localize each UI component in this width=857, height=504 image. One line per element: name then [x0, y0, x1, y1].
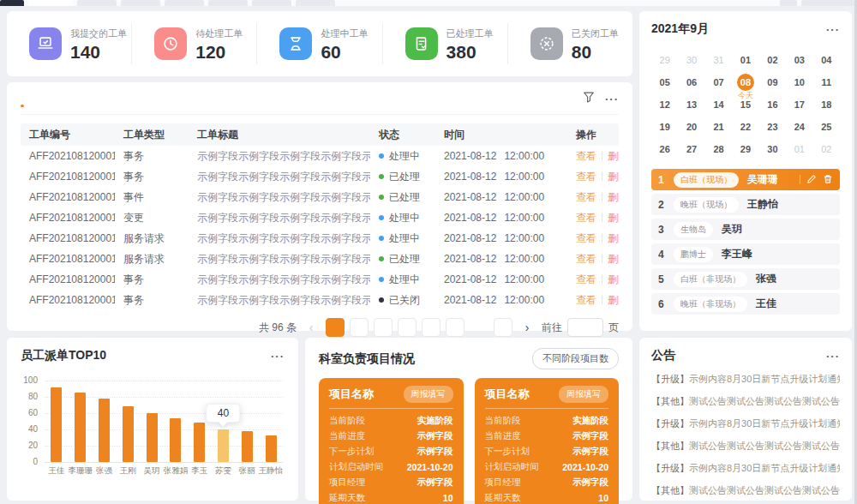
bar-slot[interactable]: 张雅娟: [164, 381, 188, 462]
view-link[interactable]: 查看: [576, 191, 596, 203]
bar-slot[interactable]: 40苏雯: [212, 381, 236, 462]
announcement-item[interactable]: 【其他】测试公告测试公告测试公告测试公告测试公告: [651, 395, 840, 408]
order-tab[interactable]: [70, 90, 74, 107]
shift-row[interactable]: 3 生物岛 吴玥: [651, 219, 840, 240]
announcement-item[interactable]: 【升级】示例内容8月30日新节点升级计划通知: [651, 462, 840, 475]
view-link[interactable]: 查看: [576, 150, 596, 162]
browser-tab[interactable]: [296, 0, 335, 6]
calendar-day[interactable]: 23: [759, 116, 786, 138]
delete-link[interactable]: 删除: [608, 212, 619, 224]
browser-tab[interactable]: [780, 0, 797, 6]
table-row[interactable]: AFF202108120001 事务 示例字段示例字段示例字段示例字段示例字段 …: [21, 166, 619, 187]
shift-row[interactable]: 5 白班（非现场） 张强: [651, 268, 840, 290]
table-row[interactable]: AFF202108120001 服务请求 示例字段示例字段示例字段示例字段示例字…: [21, 228, 619, 249]
bar[interactable]: [123, 406, 134, 462]
calendar-day[interactable]: 07: [705, 71, 732, 93]
delete-link[interactable]: 删除: [608, 191, 619, 203]
calendar-day[interactable]: 28: [705, 138, 732, 160]
calendar-day[interactable]: 27: [678, 138, 704, 160]
calendar-day[interactable]: 08 今天: [732, 71, 758, 93]
calendar-day[interactable]: 16: [759, 93, 786, 116]
calendar-day[interactable]: 20: [678, 116, 704, 138]
calendar-day[interactable]: 25: [813, 116, 840, 138]
delete-link[interactable]: 删除: [608, 294, 619, 306]
bar[interactable]: [51, 387, 62, 462]
calendar-day[interactable]: 29: [651, 49, 678, 71]
page-button[interactable]: [374, 318, 393, 337]
announcement-item[interactable]: 【其他】测试公告测试公告测试公告测试公告测试公告: [651, 440, 840, 453]
page-button[interactable]: [494, 318, 512, 337]
table-row[interactable]: AFF202108120001 事件 示例字段示例字段示例字段示例字段示例字段 …: [21, 187, 619, 207]
calendar-day[interactable]: 09: [759, 71, 786, 93]
announcement-item[interactable]: 【升级】示例内容8月30日新节点升级计划通知: [651, 417, 840, 430]
page-button[interactable]: [446, 318, 464, 337]
calendar-day[interactable]: 19: [651, 116, 678, 138]
calendar-day[interactable]: 31: [705, 49, 732, 71]
page-button[interactable]: [326, 318, 345, 337]
calendar-day[interactable]: 05: [651, 71, 678, 93]
view-link[interactable]: 查看: [576, 171, 596, 183]
table-row[interactable]: AFF202108120001 事务 示例字段示例字段示例字段示例字段示例字段 …: [21, 269, 619, 290]
bar[interactable]: [75, 393, 86, 462]
more-icon[interactable]: ···: [826, 351, 840, 362]
bar[interactable]: [99, 399, 110, 462]
calendar-day[interactable]: 14: [705, 93, 732, 116]
page-button[interactable]: [470, 318, 488, 337]
calendar-day[interactable]: 01: [786, 138, 812, 160]
calendar-day[interactable]: 17: [786, 93, 812, 116]
announcement-item[interactable]: 【其他】测试公告测试公告测试公告测试公告测试公告: [651, 484, 840, 497]
bar-slot[interactable]: 张强: [93, 381, 117, 462]
calendar-day[interactable]: 01: [732, 49, 758, 71]
delete-link[interactable]: 删除: [608, 150, 619, 162]
shift-row[interactable]: 4 鹏博士 李王峰: [651, 243, 840, 265]
table-row[interactable]: AFF202108120001 事务 示例字段示例字段示例字段示例字段示例字段 …: [21, 146, 619, 166]
browser-tab[interactable]: [0, 0, 24, 6]
browser-tab[interactable]: [208, 0, 248, 6]
page-button[interactable]: [398, 318, 417, 337]
bar[interactable]: [147, 413, 158, 462]
goto-page-input[interactable]: [567, 318, 603, 337]
view-link[interactable]: 查看: [576, 232, 596, 244]
delete-link[interactable]: 删除: [608, 171, 619, 183]
calendar-day[interactable]: 11: [813, 71, 840, 93]
bar-slot[interactable]: 李珊珊: [69, 381, 93, 462]
browser-tab[interactable]: [121, 0, 160, 6]
table-row[interactable]: AFF202108120001 事务 示例字段示例字段示例字段示例字段示例字段 …: [21, 290, 619, 310]
calendar-day[interactable]: 22: [732, 116, 758, 138]
calendar-day[interactable]: 12: [651, 93, 678, 116]
delete-link[interactable]: 删除: [608, 273, 619, 285]
bar-slot[interactable]: 吴玥: [140, 381, 164, 462]
bar-slot[interactable]: 王静怡: [259, 381, 283, 462]
prev-page-button[interactable]: ‹: [302, 318, 321, 337]
calendar-day[interactable]: 04: [813, 49, 840, 71]
table-row[interactable]: AFF202108120001 服务请求 示例字段示例字段示例字段示例字段示例字…: [21, 249, 619, 269]
order-tab[interactable]: [170, 90, 173, 107]
order-tab[interactable]: [120, 90, 123, 107]
trash-icon[interactable]: [823, 172, 833, 188]
browser-tab[interactable]: [801, 0, 854, 6]
calendar-day[interactable]: 02: [813, 138, 840, 160]
edit-icon[interactable]: [806, 172, 817, 188]
browser-tab[interactable]: [28, 0, 73, 6]
page-button[interactable]: [422, 318, 440, 337]
calendar-day[interactable]: 10: [786, 71, 812, 93]
shift-row[interactable]: 1 白班（现场） 吴珊珊: [651, 169, 840, 190]
project-card[interactable]: 项目名称 周报填写 当前阶段 实施阶段 当前进度 示例字段 下一步计划 示例字段: [319, 378, 464, 504]
weekly-report-button[interactable]: 周报填写: [404, 386, 453, 403]
view-link[interactable]: 查看: [576, 273, 596, 285]
filter-icon[interactable]: [583, 91, 595, 106]
delete-link[interactable]: 删除: [608, 232, 619, 244]
bar-slot[interactable]: 王佳: [45, 381, 69, 462]
bar[interactable]: [266, 435, 277, 462]
next-page-button[interactable]: ›: [518, 318, 536, 337]
browser-tab[interactable]: [77, 0, 117, 6]
bar[interactable]: [194, 423, 205, 462]
more-icon[interactable]: ···: [605, 93, 619, 105]
bar[interactable]: [218, 429, 229, 462]
calendar-day[interactable]: 21: [705, 116, 732, 138]
browser-tab[interactable]: [252, 0, 291, 6]
calendar-day[interactable]: 30: [759, 138, 786, 160]
project-card[interactable]: 项目名称 周报填写 当前阶段 实施阶段 当前进度 示例字段 下一步计划 示例字段: [475, 378, 620, 504]
calendar-day[interactable]: 13: [678, 93, 704, 116]
calendar-day[interactable]: 02: [759, 49, 786, 71]
